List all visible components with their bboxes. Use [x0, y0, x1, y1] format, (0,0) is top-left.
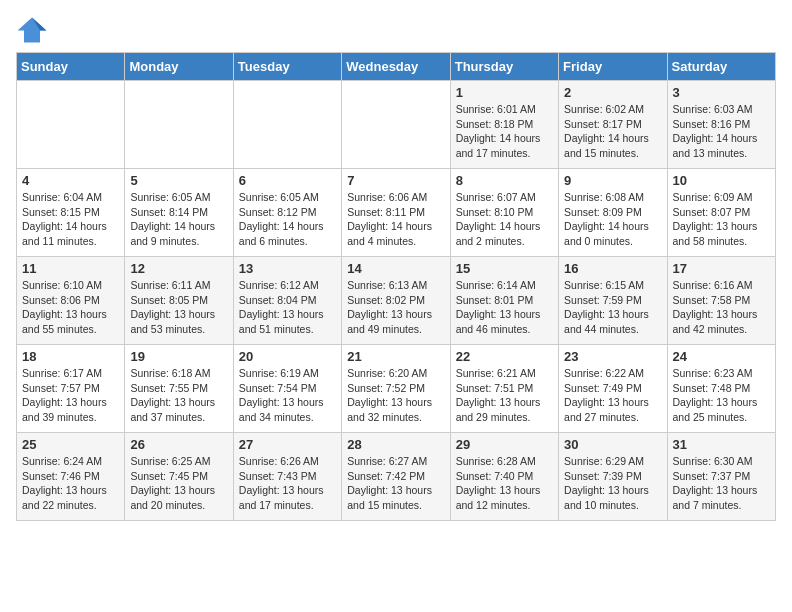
- cell-info: Sunrise: 6:07 AM Sunset: 8:10 PM Dayligh…: [456, 190, 553, 249]
- weekday-header-sunday: Sunday: [17, 53, 125, 81]
- cell-info: Sunrise: 6:06 AM Sunset: 8:11 PM Dayligh…: [347, 190, 444, 249]
- cell-info: Sunrise: 6:12 AM Sunset: 8:04 PM Dayligh…: [239, 278, 336, 337]
- day-number: 1: [456, 85, 553, 100]
- cell-info: Sunrise: 6:23 AM Sunset: 7:48 PM Dayligh…: [673, 366, 770, 425]
- cell-info: Sunrise: 6:09 AM Sunset: 8:07 PM Dayligh…: [673, 190, 770, 249]
- day-number: 25: [22, 437, 119, 452]
- calendar-cell: 18Sunrise: 6:17 AM Sunset: 7:57 PM Dayli…: [17, 345, 125, 433]
- day-number: 19: [130, 349, 227, 364]
- weekday-header-saturday: Saturday: [667, 53, 775, 81]
- weekday-header-thursday: Thursday: [450, 53, 558, 81]
- day-number: 18: [22, 349, 119, 364]
- day-number: 8: [456, 173, 553, 188]
- calendar-cell: 7Sunrise: 6:06 AM Sunset: 8:11 PM Daylig…: [342, 169, 450, 257]
- cell-info: Sunrise: 6:13 AM Sunset: 8:02 PM Dayligh…: [347, 278, 444, 337]
- cell-info: Sunrise: 6:19 AM Sunset: 7:54 PM Dayligh…: [239, 366, 336, 425]
- page-header: [16, 16, 776, 44]
- calendar-cell: 23Sunrise: 6:22 AM Sunset: 7:49 PM Dayli…: [559, 345, 667, 433]
- weekday-header-wednesday: Wednesday: [342, 53, 450, 81]
- calendar-cell: 29Sunrise: 6:28 AM Sunset: 7:40 PM Dayli…: [450, 433, 558, 521]
- cell-info: Sunrise: 6:05 AM Sunset: 8:12 PM Dayligh…: [239, 190, 336, 249]
- weekday-header-row: SundayMondayTuesdayWednesdayThursdayFrid…: [17, 53, 776, 81]
- calendar-cell: 6Sunrise: 6:05 AM Sunset: 8:12 PM Daylig…: [233, 169, 341, 257]
- day-number: 3: [673, 85, 770, 100]
- cell-info: Sunrise: 6:03 AM Sunset: 8:16 PM Dayligh…: [673, 102, 770, 161]
- calendar-cell: [342, 81, 450, 169]
- calendar-cell: 25Sunrise: 6:24 AM Sunset: 7:46 PM Dayli…: [17, 433, 125, 521]
- cell-info: Sunrise: 6:11 AM Sunset: 8:05 PM Dayligh…: [130, 278, 227, 337]
- calendar-cell: 28Sunrise: 6:27 AM Sunset: 7:42 PM Dayli…: [342, 433, 450, 521]
- calendar-cell: 9Sunrise: 6:08 AM Sunset: 8:09 PM Daylig…: [559, 169, 667, 257]
- calendar-cell: 16Sunrise: 6:15 AM Sunset: 7:59 PM Dayli…: [559, 257, 667, 345]
- cell-info: Sunrise: 6:02 AM Sunset: 8:17 PM Dayligh…: [564, 102, 661, 161]
- calendar-cell: 22Sunrise: 6:21 AM Sunset: 7:51 PM Dayli…: [450, 345, 558, 433]
- calendar-cell: [17, 81, 125, 169]
- cell-info: Sunrise: 6:15 AM Sunset: 7:59 PM Dayligh…: [564, 278, 661, 337]
- calendar-cell: 26Sunrise: 6:25 AM Sunset: 7:45 PM Dayli…: [125, 433, 233, 521]
- cell-info: Sunrise: 6:10 AM Sunset: 8:06 PM Dayligh…: [22, 278, 119, 337]
- cell-info: Sunrise: 6:24 AM Sunset: 7:46 PM Dayligh…: [22, 454, 119, 513]
- calendar-week-4: 18Sunrise: 6:17 AM Sunset: 7:57 PM Dayli…: [17, 345, 776, 433]
- day-number: 15: [456, 261, 553, 276]
- cell-info: Sunrise: 6:30 AM Sunset: 7:37 PM Dayligh…: [673, 454, 770, 513]
- day-number: 4: [22, 173, 119, 188]
- calendar-cell: 15Sunrise: 6:14 AM Sunset: 8:01 PM Dayli…: [450, 257, 558, 345]
- day-number: 7: [347, 173, 444, 188]
- calendar-week-1: 1Sunrise: 6:01 AM Sunset: 8:18 PM Daylig…: [17, 81, 776, 169]
- cell-info: Sunrise: 6:26 AM Sunset: 7:43 PM Dayligh…: [239, 454, 336, 513]
- day-number: 24: [673, 349, 770, 364]
- day-number: 17: [673, 261, 770, 276]
- day-number: 27: [239, 437, 336, 452]
- calendar-cell: [233, 81, 341, 169]
- day-number: 28: [347, 437, 444, 452]
- calendar-cell: 19Sunrise: 6:18 AM Sunset: 7:55 PM Dayli…: [125, 345, 233, 433]
- cell-info: Sunrise: 6:01 AM Sunset: 8:18 PM Dayligh…: [456, 102, 553, 161]
- day-number: 10: [673, 173, 770, 188]
- calendar-cell: 5Sunrise: 6:05 AM Sunset: 8:14 PM Daylig…: [125, 169, 233, 257]
- calendar-cell: 10Sunrise: 6:09 AM Sunset: 8:07 PM Dayli…: [667, 169, 775, 257]
- calendar-cell: 20Sunrise: 6:19 AM Sunset: 7:54 PM Dayli…: [233, 345, 341, 433]
- day-number: 9: [564, 173, 661, 188]
- weekday-header-friday: Friday: [559, 53, 667, 81]
- day-number: 2: [564, 85, 661, 100]
- day-number: 22: [456, 349, 553, 364]
- calendar-cell: 27Sunrise: 6:26 AM Sunset: 7:43 PM Dayli…: [233, 433, 341, 521]
- day-number: 31: [673, 437, 770, 452]
- day-number: 30: [564, 437, 661, 452]
- calendar-cell: 4Sunrise: 6:04 AM Sunset: 8:15 PM Daylig…: [17, 169, 125, 257]
- calendar-cell: 11Sunrise: 6:10 AM Sunset: 8:06 PM Dayli…: [17, 257, 125, 345]
- cell-info: Sunrise: 6:04 AM Sunset: 8:15 PM Dayligh…: [22, 190, 119, 249]
- day-number: 20: [239, 349, 336, 364]
- calendar-cell: 17Sunrise: 6:16 AM Sunset: 7:58 PM Dayli…: [667, 257, 775, 345]
- weekday-header-tuesday: Tuesday: [233, 53, 341, 81]
- calendar-cell: 8Sunrise: 6:07 AM Sunset: 8:10 PM Daylig…: [450, 169, 558, 257]
- calendar-cell: 1Sunrise: 6:01 AM Sunset: 8:18 PM Daylig…: [450, 81, 558, 169]
- day-number: 13: [239, 261, 336, 276]
- day-number: 6: [239, 173, 336, 188]
- cell-info: Sunrise: 6:29 AM Sunset: 7:39 PM Dayligh…: [564, 454, 661, 513]
- cell-info: Sunrise: 6:16 AM Sunset: 7:58 PM Dayligh…: [673, 278, 770, 337]
- calendar-cell: 13Sunrise: 6:12 AM Sunset: 8:04 PM Dayli…: [233, 257, 341, 345]
- calendar-cell: 24Sunrise: 6:23 AM Sunset: 7:48 PM Dayli…: [667, 345, 775, 433]
- cell-info: Sunrise: 6:22 AM Sunset: 7:49 PM Dayligh…: [564, 366, 661, 425]
- calendar-cell: 2Sunrise: 6:02 AM Sunset: 8:17 PM Daylig…: [559, 81, 667, 169]
- calendar-table: SundayMondayTuesdayWednesdayThursdayFrid…: [16, 52, 776, 521]
- calendar-cell: 30Sunrise: 6:29 AM Sunset: 7:39 PM Dayli…: [559, 433, 667, 521]
- day-number: 11: [22, 261, 119, 276]
- day-number: 5: [130, 173, 227, 188]
- day-number: 16: [564, 261, 661, 276]
- cell-info: Sunrise: 6:17 AM Sunset: 7:57 PM Dayligh…: [22, 366, 119, 425]
- calendar-week-3: 11Sunrise: 6:10 AM Sunset: 8:06 PM Dayli…: [17, 257, 776, 345]
- cell-info: Sunrise: 6:28 AM Sunset: 7:40 PM Dayligh…: [456, 454, 553, 513]
- calendar-cell: 21Sunrise: 6:20 AM Sunset: 7:52 PM Dayli…: [342, 345, 450, 433]
- calendar-cell: 31Sunrise: 6:30 AM Sunset: 7:37 PM Dayli…: [667, 433, 775, 521]
- day-number: 29: [456, 437, 553, 452]
- cell-info: Sunrise: 6:08 AM Sunset: 8:09 PM Dayligh…: [564, 190, 661, 249]
- day-number: 21: [347, 349, 444, 364]
- calendar-cell: [125, 81, 233, 169]
- calendar-cell: 14Sunrise: 6:13 AM Sunset: 8:02 PM Dayli…: [342, 257, 450, 345]
- cell-info: Sunrise: 6:18 AM Sunset: 7:55 PM Dayligh…: [130, 366, 227, 425]
- cell-info: Sunrise: 6:05 AM Sunset: 8:14 PM Dayligh…: [130, 190, 227, 249]
- day-number: 26: [130, 437, 227, 452]
- calendar-cell: 3Sunrise: 6:03 AM Sunset: 8:16 PM Daylig…: [667, 81, 775, 169]
